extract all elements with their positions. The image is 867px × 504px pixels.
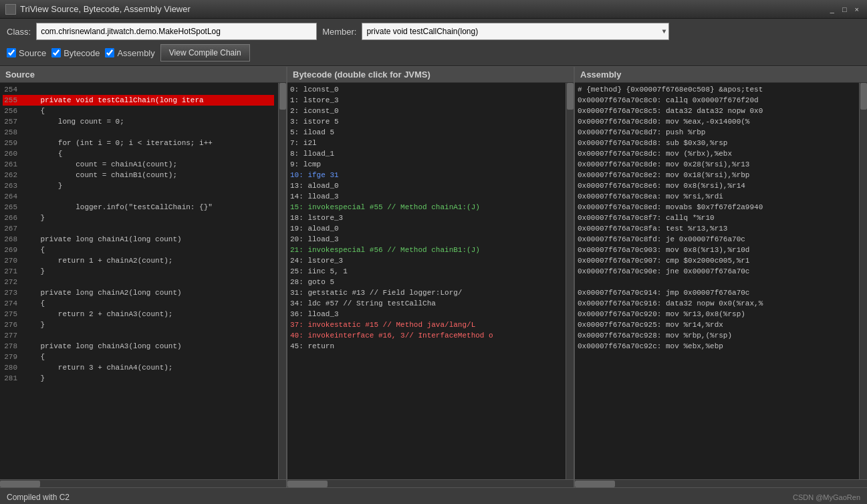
table-row: 259 for (int i = 0; i < iterations; i++ [3, 138, 274, 148]
source-checkbox-label[interactable]: Source [7, 48, 46, 58]
list-item: 0x00007f676a70c8e2: mov 0x18(%rsi),%rbp [578, 170, 855, 180]
assembly-horizontal-scrollbar[interactable] [575, 479, 867, 487]
line-number: 258 [3, 127, 23, 138]
list-item[interactable]: 1: lstore_3 [290, 95, 562, 106]
list-item[interactable]: 13: aload_0 [290, 180, 562, 191]
list-item[interactable]: 18: lstore_3 [290, 213, 562, 223]
bytecode-line: 8: lload_1 [290, 148, 334, 159]
table-row: 276 } [3, 320, 274, 330]
list-item[interactable]: 10: ifge 31 [290, 170, 562, 180]
list-item[interactable]: 28: goto 5 [290, 277, 562, 287]
app-icon [5, 4, 16, 15]
table-row: 275 return 2 + chainA3(count); [3, 309, 274, 320]
assembly-line: 0x00007f676a70c8ea: mov %rsi,%rdi [578, 191, 723, 202]
assembly-h-scroll-thumb[interactable] [575, 481, 615, 487]
source-panel-content[interactable]: 254255 private void testCallChain(long i… [0, 83, 286, 479]
list-item: 0x00007f676a70c8d7: push %rbp [578, 127, 855, 138]
close-button[interactable]: × [852, 5, 862, 13]
member-label: Member: [322, 27, 356, 37]
line-number: 281 [3, 373, 23, 384]
title-bar-title: TriView Source, Bytecode, Assembly Viewe… [20, 4, 191, 14]
list-item[interactable]: 8: lload_1 [290, 148, 562, 159]
title-bar-left: TriView Source, Bytecode, Assembly Viewe… [5, 4, 191, 15]
list-item[interactable]: 34: ldc #57 // String testCallCha [290, 298, 562, 309]
list-item[interactable]: 45: return [290, 341, 562, 352]
list-item[interactable]: 14: lload_3 [290, 191, 562, 202]
list-item: 0x00007f676a70c916: data32 nopw 0x0(%rax… [578, 298, 855, 309]
assembly-line: 0x00007f676a70c8c5: data32 data32 nopw 0… [578, 106, 763, 116]
list-item[interactable]: 21: invokespecial #56 // Method chainB1:… [290, 245, 562, 255]
table-row: 265 logger.info("testCallChain: {}" [3, 202, 274, 213]
list-item[interactable]: 20: lload_3 [290, 234, 562, 245]
member-select-wrapper: private void testCallChain(long) [362, 23, 669, 40]
table-row: 258 [3, 127, 274, 138]
line-content: } [23, 266, 45, 277]
list-item: 0x00007f676a70c8ed: movabs $0x7f676f2a99… [578, 202, 855, 213]
list-item[interactable]: 40: invokeinterface #16, 3// InterfaceMe… [290, 330, 562, 341]
source-checkbox[interactable] [7, 48, 16, 57]
class-input[interactable] [36, 23, 317, 40]
list-item [578, 277, 855, 287]
table-row: 269 { [3, 245, 274, 255]
minimize-button[interactable]: _ [828, 5, 837, 13]
bytecode-line: 0: lconst_0 [290, 84, 339, 95]
source-vertical-scrollbar[interactable] [278, 83, 286, 479]
list-item: 0x00007f676a70c928: mov %rbp,(%rsp) [578, 330, 855, 341]
list-item[interactable]: 25: iinc 5, 1 [290, 266, 562, 277]
list-item[interactable]: 15: invokespecial #55 // Method chainA1:… [290, 202, 562, 213]
assembly-scroll-thumb[interactable] [860, 83, 867, 110]
bytecode-panel-content[interactable]: 0: lconst_01: lstore_32: iconst_03: isto… [287, 83, 574, 479]
list-item: 0x00007f676a70c8c0: callq 0x00007f676f20… [578, 95, 855, 106]
list-item[interactable]: 2: iconst_0 [290, 106, 562, 116]
line-content: count = chainA1(count); [23, 159, 177, 170]
maximize-button[interactable]: □ [840, 5, 850, 13]
assembly-line: 0x00007f676a70c8e2: mov 0x18(%rsi),%rbp [578, 170, 749, 180]
bytecode-h-scroll-thumb[interactable] [287, 481, 328, 487]
source-horizontal-scrollbar[interactable] [0, 479, 286, 487]
assembly-line: 0x00007f676a70c8fa: test %r13,%r13 [578, 223, 727, 234]
list-item[interactable]: 36: lload_3 [290, 309, 562, 320]
assembly-line: 0x00007f676a70c914: jmp 0x00007f676a70c [578, 287, 749, 298]
list-item[interactable]: 9: lcmp [290, 159, 562, 170]
list-item[interactable]: 5: iload 5 [290, 127, 562, 138]
list-item[interactable]: 24: lstore_3 [290, 255, 562, 266]
list-item[interactable]: 37: invokestatic #15 // Method java/lang… [290, 320, 562, 330]
list-item: 0x00007f676a70c8d8: sub $0x30,%rsp [578, 138, 855, 148]
assembly-line: 0x00007f676a70c8d0: mov %eax,-0x14000(% [578, 116, 749, 127]
line-number: 273 [3, 287, 23, 298]
member-select[interactable]: private void testCallChain(long) [362, 23, 669, 40]
line-content: private long chainA3(long count) [23, 341, 182, 352]
list-item[interactable]: 7: i2l [290, 138, 562, 148]
view-compile-chain-button[interactable]: View Compile Chain [160, 44, 250, 61]
list-item[interactable]: 31: getstatic #13 // Field logger:Lorg/ [290, 287, 562, 298]
bytecode-horizontal-scrollbar[interactable] [287, 479, 574, 487]
assembly-panel-content[interactable]: # {method} {0x00007f6768e0c508} &apos;te… [575, 83, 867, 479]
list-item: 0x00007f676a70c925: mov %r14,%rdx [578, 320, 855, 330]
bytecode-line: 7: i2l [290, 138, 317, 148]
assembly-checkbox-label[interactable]: Assembly [105, 48, 154, 58]
assembly-vertical-scrollbar[interactable] [859, 83, 867, 479]
list-item: 0x00007f676a70c8ea: mov %rsi,%rdi [578, 191, 855, 202]
line-number: 259 [3, 138, 23, 148]
bytecode-line: 3: istore 5 [290, 116, 339, 127]
assembly-line: 0x00007f676a70c928: mov %rbp,(%rsp) [578, 330, 732, 341]
source-scroll-thumb[interactable] [279, 83, 286, 110]
bytecode-vertical-scrollbar[interactable] [566, 83, 574, 479]
bytecode-checkbox[interactable] [51, 48, 61, 57]
table-row: 255 private void testCallChain(long iter… [3, 95, 274, 106]
list-item: 0x00007f676a70c92c: mov %ebx,%ebp [578, 341, 855, 352]
assembly-line: 0x00007f676a70c903: mov 0x8(%r13),%r10d [578, 245, 749, 255]
title-bar-controls[interactable]: _ □ × [828, 5, 862, 13]
source-h-scroll-thumb[interactable] [0, 481, 40, 487]
list-item[interactable]: 0: lconst_0 [290, 84, 562, 95]
line-content: for (int i = 0; i < iterations; i++ [23, 138, 213, 148]
assembly-checkbox[interactable] [105, 48, 114, 57]
line-number: 278 [3, 341, 23, 352]
list-item[interactable]: 3: istore 5 [290, 116, 562, 127]
table-row: 281 } [3, 373, 274, 384]
assembly-line: # {method} {0x00007f6768e0c508} &apos;te… [578, 84, 763, 95]
bytecode-checkbox-label[interactable]: Bytecode [51, 48, 100, 58]
list-item: 0x00007f676a70c8f7: callq *%r10 [578, 213, 855, 223]
list-item[interactable]: 19: aload_0 [290, 223, 562, 234]
bytecode-scroll-thumb[interactable] [567, 83, 574, 110]
